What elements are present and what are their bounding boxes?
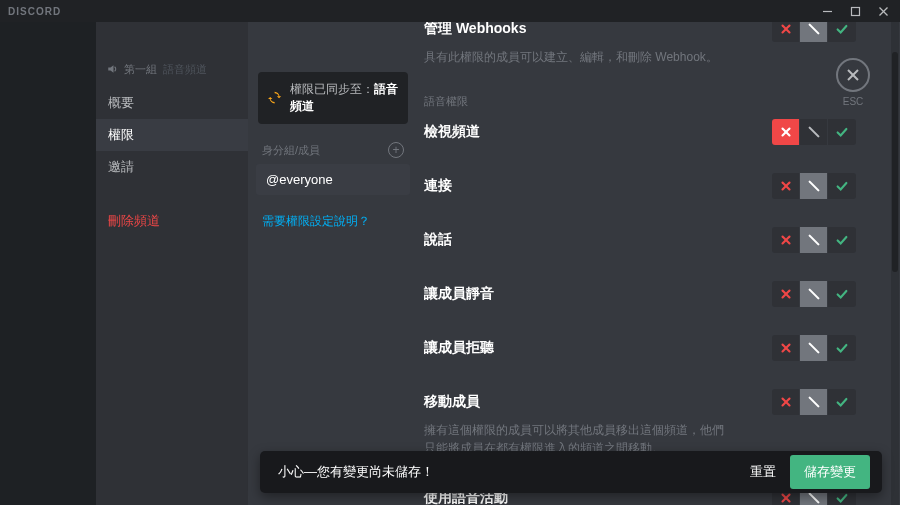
permission-title: 移動成員 [424,393,480,411]
voice-section-label: 語音權限 [424,94,856,109]
unsaved-changes-banner: 小心—您有變更尚未儲存！ 重置 儲存變更 [260,451,882,493]
perm-deny-button[interactable] [772,389,800,415]
sidebar-channel-header: 第一組 語音頻道 [96,58,248,87]
perm-deny-button[interactable] [772,227,800,253]
permission-description: 具有此權限的成員可以建立、編輯，和刪除 Webhook。 [424,48,734,66]
permission-title: 管理 Webhooks [424,22,526,38]
perm-allow-button[interactable] [828,389,856,415]
permission-title: 檢視頻道 [424,123,480,141]
perm-deny-button[interactable] [772,22,800,42]
perm-allow-button[interactable] [828,119,856,145]
save-button[interactable]: 儲存變更 [790,455,870,489]
permission-row: 說話 [424,227,856,253]
role-everyone[interactable]: @everyone [256,164,410,195]
app-logo: DISCORD [8,6,61,17]
window-maximize-icon[interactable] [842,2,868,20]
sync-icon [268,91,282,105]
perm-deny-button[interactable] [772,173,800,199]
perm-deny-button[interactable] [772,281,800,307]
sidebar-item-1[interactable]: 權限 [96,119,248,151]
permission-title: 連接 [424,177,452,195]
svg-line-11 [809,128,818,137]
svg-line-23 [809,344,818,353]
svg-line-26 [809,398,818,407]
permission-help-link[interactable]: 需要權限設定說明？ [248,195,418,230]
scrollbar-thumb[interactable] [892,52,898,272]
reset-button[interactable]: 重置 [750,463,776,481]
left-gutter [0,22,96,505]
svg-line-8 [809,25,818,34]
perm-neut-button[interactable] [800,173,828,199]
sidebar-item-0[interactable]: 概要 [96,87,248,119]
perm-deny-button[interactable] [772,335,800,361]
roles-header-label: 身分組/成員 [262,143,320,158]
unsaved-message: 小心—您有變更尚未儲存！ [278,463,750,481]
delete-channel-button[interactable]: 刪除頻道 [96,205,248,237]
volume-icon [106,63,118,77]
permission-row: 讓成員靜音 [424,281,856,307]
permission-row: 檢視頻道 [424,119,856,145]
perm-allow-button[interactable] [828,227,856,253]
svg-line-20 [809,290,818,299]
roles-column: 權限已同步至：語音頻道 身分組/成員 + @everyone 需要權限設定說明？ [248,22,418,505]
permissions-panel: ESC 管理 Webhooks具有此權限的成員可以建立、編輯，和刪除 Webho… [418,22,900,505]
perm-neut-button[interactable] [800,22,828,42]
svg-line-29 [809,494,818,503]
perm-allow-button[interactable] [828,335,856,361]
perm-neut-button[interactable] [800,335,828,361]
window-minimize-icon[interactable] [814,2,840,20]
window-close-icon[interactable] [870,2,896,20]
permissions-synced-banner: 權限已同步至：語音頻道 [258,72,408,124]
perm-neut-button[interactable] [800,227,828,253]
permission-row: 管理 Webhooks具有此權限的成員可以建立、編輯，和刪除 Webhook。 [424,22,856,66]
perm-neut-button[interactable] [800,389,828,415]
perm-allow-button[interactable] [828,22,856,42]
permission-row: 連接 [424,173,856,199]
perm-neut-button[interactable] [800,281,828,307]
permission-row: 移動成員擁有這個權限的成員可以將其他成員移出這個頻道，他們只能將成員在都有權限進… [424,389,856,457]
perm-allow-button[interactable] [828,281,856,307]
svg-line-17 [809,236,818,245]
permission-title: 說話 [424,231,452,249]
perm-neut-button[interactable] [800,119,828,145]
perm-allow-button[interactable] [828,173,856,199]
permission-row: 讓成員拒聽 [424,335,856,361]
perm-deny-button[interactable] [772,119,800,145]
settings-sidebar: 第一組 語音頻道 概要權限邀請 刪除頻道 [96,22,248,505]
add-role-button[interactable]: + [388,142,404,158]
sidebar-header-category: 語音頻道 [163,62,207,77]
svg-line-14 [809,182,818,191]
sidebar-item-2[interactable]: 邀請 [96,151,248,183]
sidebar-header-name: 第一組 [124,62,157,77]
svg-rect-1 [851,7,859,15]
permission-title: 讓成員靜音 [424,285,494,303]
permission-title: 讓成員拒聽 [424,339,494,357]
scrollbar[interactable] [891,22,899,505]
